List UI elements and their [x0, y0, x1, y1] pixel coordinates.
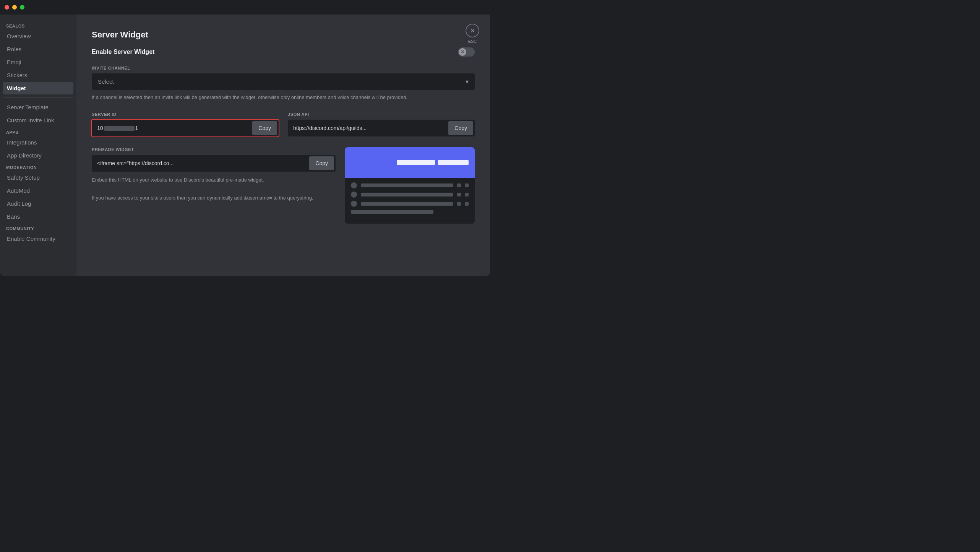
enable-widget-row: Enable Server Widget ✕	[92, 47, 475, 57]
widget-preview	[345, 147, 475, 224]
json-api-block: JSON API https://discord.com/api/guilds.…	[288, 112, 475, 136]
invite-channel-help: If a channel is selected then an invite …	[92, 94, 475, 101]
moderation-label: MODERATION	[3, 162, 73, 171]
widget-preview-status-2	[465, 183, 469, 187]
widget-preview-btn-1	[397, 160, 435, 165]
sidebar-item-stickers[interactable]: Stickers	[3, 69, 73, 81]
widget-preview-container	[345, 147, 475, 224]
invite-channel-value: Select	[98, 78, 114, 85]
sidebar-item-custom-invite-link[interactable]: Custom Invite Link	[3, 114, 73, 127]
widget-preview-status-4	[465, 193, 469, 196]
titlebar	[0, 0, 490, 15]
sidebar-item-roles[interactable]: Roles	[3, 43, 73, 55]
premade-widget-section: PREMADE WIDGET <iframe src="https://disc…	[92, 147, 475, 224]
toggle-knob: ✕	[459, 48, 466, 56]
widget-preview-name-2	[361, 193, 453, 196]
sidebar-item-automod[interactable]: AutoMod	[3, 184, 73, 197]
esc-label: ESC	[468, 39, 477, 44]
widget-preview-status-3	[457, 193, 461, 196]
premade-widget-value: <iframe src="https://discord.co...	[92, 156, 308, 171]
premade-cols: PREMADE WIDGET <iframe src="https://disc…	[92, 147, 475, 224]
sidebar-item-emoji[interactable]: Emoji	[3, 56, 73, 68]
premade-widget-input-group: <iframe src="https://discord.co... Copy	[92, 155, 336, 172]
sidebar-item-enable-community[interactable]: Enable Community	[3, 232, 73, 245]
widget-preview-name-3	[361, 202, 453, 206]
close-button[interactable]	[5, 5, 9, 10]
premade-widget-copy-button[interactable]: Copy	[309, 156, 334, 170]
sidebar-item-app-directory[interactable]: App Directory	[3, 149, 73, 162]
sealos-label: SEALOS	[3, 21, 73, 30]
sidebar-item-audit-log[interactable]: Audit Log	[3, 197, 73, 210]
server-id-block: SERVER ID 101 Copy	[92, 112, 279, 136]
apps-label: APPS	[3, 127, 73, 136]
sidebar-item-overview[interactable]: Overview	[3, 30, 73, 42]
widget-preview-name-1	[361, 183, 453, 187]
server-id-input-group: 101 Copy	[92, 120, 279, 136]
enable-widget-label: Enable Server Widget	[92, 49, 154, 55]
widget-preview-row-3	[351, 201, 469, 207]
community-label: COMMUNITY	[3, 223, 73, 232]
maximize-button[interactable]	[20, 5, 24, 10]
app-window: SEALOS Overview Roles Emoji Stickers Wid…	[0, 0, 490, 276]
esc-button[interactable]: ✕ ESC	[466, 24, 479, 44]
sidebar-item-server-template[interactable]: Server Template	[3, 101, 73, 114]
page-title: Server Widget	[92, 30, 475, 40]
widget-preview-avatar-3	[351, 201, 357, 207]
json-api-copy-button[interactable]: Copy	[448, 121, 473, 135]
sidebar-item-integrations[interactable]: Integrations	[3, 136, 73, 149]
premade-widget-help1: Embed this HTML on your website to use D…	[92, 176, 336, 184]
server-id-suffix: 1	[135, 125, 138, 131]
minimize-button[interactable]	[12, 5, 17, 10]
invite-channel-label: INVITE CHANNEL	[92, 66, 475, 70]
sidebar: SEALOS Overview Roles Emoji Stickers Wid…	[0, 15, 76, 276]
server-id-prefix: 10	[97, 125, 103, 131]
main-content: ✕ ESC Server Widget Enable Server Widget…	[76, 15, 490, 276]
widget-preview-status-1	[457, 183, 461, 187]
widget-preview-row-1	[351, 182, 469, 188]
app-body: SEALOS Overview Roles Emoji Stickers Wid…	[0, 15, 490, 276]
server-id-value: 101	[92, 120, 251, 136]
widget-preview-btn-2	[438, 160, 469, 165]
json-api-value: https://discord.com/api/guilds...	[288, 120, 447, 136]
chevron-down-icon: ▾	[466, 78, 469, 85]
sidebar-item-bans[interactable]: Bans	[3, 210, 73, 223]
premade-widget-help2: If you have access to your site's users …	[92, 194, 336, 202]
id-api-row: SERVER ID 101 Copy JSON API https://disc…	[92, 112, 475, 136]
json-api-label: JSON API	[288, 112, 475, 117]
widget-preview-row-2	[351, 192, 469, 198]
premade-widget-label: PREMADE WIDGET	[92, 147, 336, 152]
sidebar-divider-1	[3, 97, 73, 98]
sidebar-item-safety-setup[interactable]: Safety Setup	[3, 171, 73, 184]
widget-preview-status-6	[465, 202, 469, 206]
widget-preview-header	[345, 147, 475, 178]
widget-preview-status-5	[457, 202, 461, 206]
server-id-label: SERVER ID	[92, 112, 279, 117]
widget-preview-avatar-2	[351, 192, 357, 198]
premade-left: PREMADE WIDGET <iframe src="https://disc…	[92, 147, 336, 213]
widget-preview-body	[345, 178, 475, 218]
json-api-input-group: https://discord.com/api/guilds... Copy	[288, 120, 475, 136]
sidebar-item-widget[interactable]: Widget	[3, 82, 73, 94]
enable-widget-toggle[interactable]: ✕	[458, 47, 475, 57]
esc-icon: ✕	[466, 24, 479, 37]
server-id-copy-button[interactable]: Copy	[252, 121, 277, 135]
server-id-redacted	[104, 126, 135, 131]
invite-channel-select[interactable]: Select ▾	[92, 73, 475, 90]
widget-preview-avatar-1	[351, 182, 357, 188]
widget-preview-bottom	[351, 210, 433, 214]
